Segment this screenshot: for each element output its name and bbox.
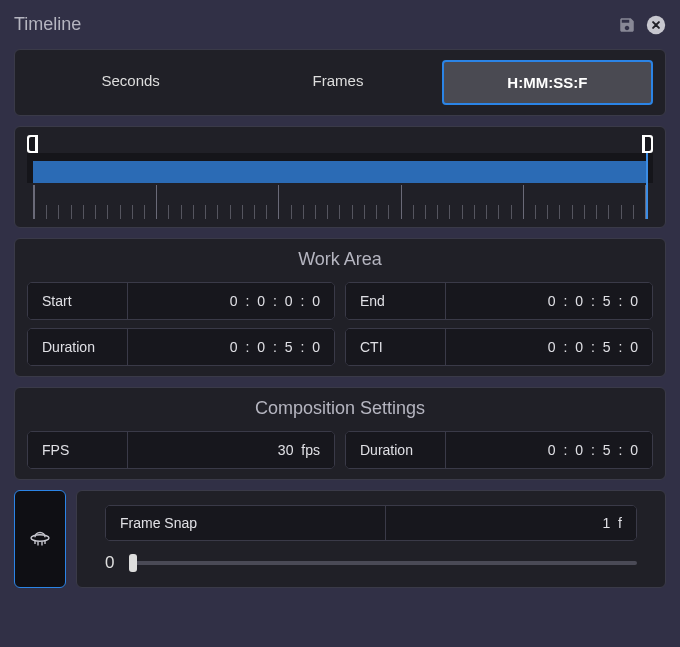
fps-value[interactable]: 30 fps bbox=[128, 432, 334, 468]
frame-snap-label: Frame Snap bbox=[106, 506, 386, 540]
format-tabs: Seconds Frames H:MM:SS:F bbox=[14, 49, 666, 116]
end-value[interactable]: 0 : 0 : 5 : 0 bbox=[446, 283, 652, 319]
composition-section: Composition Settings FPS 30 fps Duration… bbox=[14, 387, 666, 480]
panel-title: Timeline bbox=[14, 14, 81, 35]
start-field[interactable]: Start 0 : 0 : 0 : 0 bbox=[27, 282, 335, 320]
svg-point-1 bbox=[31, 535, 49, 541]
duration-value[interactable]: 0 : 0 : 5 : 0 bbox=[128, 329, 334, 365]
tab-seconds[interactable]: Seconds bbox=[27, 60, 234, 105]
snap-mode-button[interactable] bbox=[14, 490, 66, 588]
work-area-section: Work Area Start 0 : 0 : 0 : 0 End 0 : 0 … bbox=[14, 238, 666, 377]
fps-field[interactable]: FPS 30 fps bbox=[27, 431, 335, 469]
scrubber-cti[interactable] bbox=[646, 153, 648, 219]
frame-snap-slider[interactable] bbox=[133, 561, 637, 565]
cti-field[interactable]: CTI 0 : 0 : 5 : 0 bbox=[345, 328, 653, 366]
start-value[interactable]: 0 : 0 : 0 : 0 bbox=[128, 283, 334, 319]
fps-label: FPS bbox=[28, 432, 128, 468]
timeline-scrubber[interactable] bbox=[14, 126, 666, 228]
work-area-title: Work Area bbox=[27, 249, 653, 270]
frame-snap-slider-thumb[interactable] bbox=[129, 554, 137, 572]
end-field[interactable]: End 0 : 0 : 5 : 0 bbox=[345, 282, 653, 320]
cti-value[interactable]: 0 : 0 : 5 : 0 bbox=[446, 329, 652, 365]
duration-label: Duration bbox=[28, 329, 128, 365]
cti-label: CTI bbox=[346, 329, 446, 365]
scrubber-handle-start[interactable] bbox=[27, 135, 38, 153]
frame-snap-section: Frame Snap 1 f 0 bbox=[76, 490, 666, 588]
comp-duration-label: Duration bbox=[346, 432, 446, 468]
frame-snap-field[interactable]: Frame Snap 1 f bbox=[105, 505, 637, 541]
close-icon[interactable] bbox=[646, 15, 666, 35]
composition-title: Composition Settings bbox=[27, 398, 653, 419]
scrubber-work-range[interactable] bbox=[33, 161, 647, 183]
frame-snap-slider-display: 0 bbox=[105, 553, 121, 573]
ufo-icon bbox=[28, 527, 52, 551]
comp-duration-value[interactable]: 0 : 0 : 5 : 0 bbox=[446, 432, 652, 468]
save-icon[interactable] bbox=[618, 16, 636, 34]
duration-field[interactable]: Duration 0 : 0 : 5 : 0 bbox=[27, 328, 335, 366]
tab-frames[interactable]: Frames bbox=[234, 60, 441, 105]
scrubber-ticks bbox=[33, 185, 647, 219]
comp-duration-field[interactable]: Duration 0 : 0 : 5 : 0 bbox=[345, 431, 653, 469]
frame-snap-value[interactable]: 1 f bbox=[386, 506, 636, 540]
end-label: End bbox=[346, 283, 446, 319]
scrubber-handle-end[interactable] bbox=[642, 135, 653, 153]
tab-hmmssf[interactable]: H:MM:SS:F bbox=[442, 60, 653, 105]
start-label: Start bbox=[28, 283, 128, 319]
